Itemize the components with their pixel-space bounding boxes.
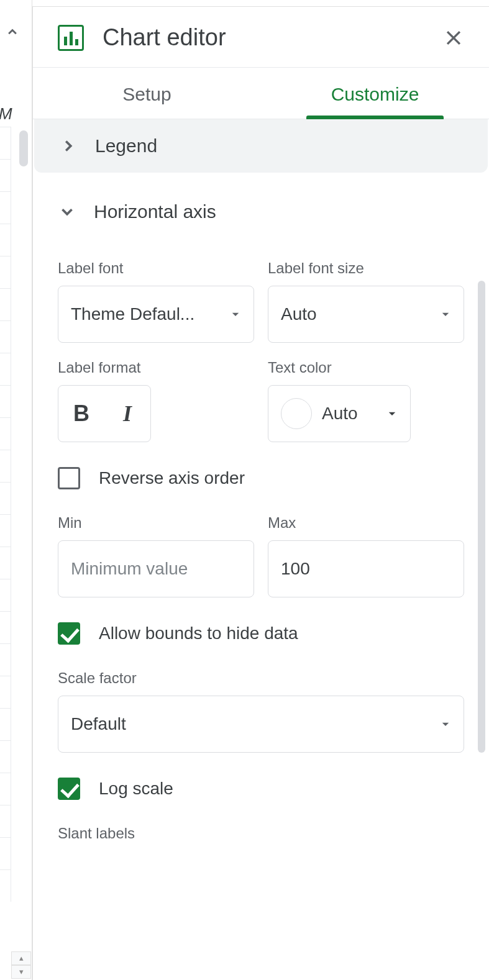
scale-factor-label: Scale factor <box>58 669 464 687</box>
panel-title: Chart editor <box>103 24 441 51</box>
label-font-size-label: Label font size <box>268 260 464 277</box>
label-font-value: Theme Defaul... <box>71 304 225 324</box>
scale-factor-select[interactable]: Default <box>58 696 464 753</box>
bold-button[interactable]: B <box>58 386 104 442</box>
italic-button[interactable]: I <box>104 386 150 442</box>
label-font-label: Label font <box>58 260 254 277</box>
chart-editor-panel: Chart editor Setup Customize Legend Hori… <box>32 6 489 980</box>
min-input[interactable] <box>71 541 241 597</box>
close-button[interactable] <box>441 25 467 51</box>
chevron-down-icon <box>58 202 76 221</box>
min-label: Min <box>58 514 254 532</box>
collapse-chevron-icon[interactable] <box>4 24 21 41</box>
max-label: Max <box>268 514 464 532</box>
label-format-group: B I <box>58 385 151 442</box>
section-legend[interactable]: Legend <box>34 119 488 173</box>
text-color-label: Text color <box>268 359 464 376</box>
dropdown-arrow-icon <box>230 309 241 320</box>
scale-factor-value: Default <box>71 714 435 734</box>
panel-scrollbar-thumb[interactable] <box>478 281 485 753</box>
section-horizontal-axis-title: Horizontal axis <box>94 201 216 222</box>
column-letter: M <box>0 104 12 124</box>
allow-bounds-label: Allow bounds to hide data <box>99 624 298 643</box>
scroll-up-icon[interactable]: ▴ <box>11 951 31 965</box>
label-font-size-value: Auto <box>281 304 435 324</box>
reverse-axis-label: Reverse axis order <box>99 468 245 488</box>
max-input-wrap <box>268 540 464 597</box>
min-input-wrap <box>58 540 254 597</box>
chart-editor-icon <box>58 25 84 51</box>
panel-header: Chart editor <box>33 7 489 68</box>
section-horizontal-axis-body: Label font Theme Defaul... Label font si… <box>33 237 489 861</box>
spreadsheet-left-strip: M ▴ ▾ <box>0 0 32 980</box>
dropdown-arrow-icon <box>440 719 451 730</box>
slant-labels-label: Slant labels <box>58 825 464 842</box>
tab-setup[interactable]: Setup <box>33 68 261 119</box>
log-scale-checkbox[interactable] <box>58 778 80 800</box>
reverse-axis-checkbox[interactable] <box>58 467 80 489</box>
sheet-scroll-buttons[interactable]: ▴ ▾ <box>11 951 31 979</box>
sheet-scrollbar-thumb[interactable] <box>19 130 28 166</box>
close-icon <box>443 27 464 48</box>
label-font-size-select[interactable]: Auto <box>268 286 464 343</box>
log-scale-label: Log scale <box>99 779 173 799</box>
text-color-select[interactable]: Auto <box>268 385 411 442</box>
label-format-label: Label format <box>58 359 254 376</box>
section-legend-title: Legend <box>95 135 157 157</box>
text-color-value: Auto <box>322 404 377 424</box>
allow-bounds-checkbox-row[interactable]: Allow bounds to hide data <box>58 622 464 645</box>
row-grid-edge <box>0 127 11 944</box>
customize-scroll-area: Legend Horizontal axis Label font Theme … <box>33 119 489 980</box>
dropdown-arrow-icon <box>386 408 398 419</box>
editor-tabs: Setup Customize <box>33 68 489 119</box>
chevron-right-icon <box>59 137 78 155</box>
reverse-axis-checkbox-row[interactable]: Reverse axis order <box>58 467 464 489</box>
log-scale-checkbox-row[interactable]: Log scale <box>58 778 464 800</box>
color-swatch <box>281 398 312 429</box>
scroll-down-icon[interactable]: ▾ <box>11 965 31 979</box>
dropdown-arrow-icon <box>440 309 451 320</box>
label-font-select[interactable]: Theme Defaul... <box>58 286 254 343</box>
tab-customize[interactable]: Customize <box>261 68 489 119</box>
max-input[interactable] <box>281 541 451 597</box>
allow-bounds-checkbox[interactable] <box>58 622 80 645</box>
section-horizontal-axis-header[interactable]: Horizontal axis <box>33 173 489 237</box>
